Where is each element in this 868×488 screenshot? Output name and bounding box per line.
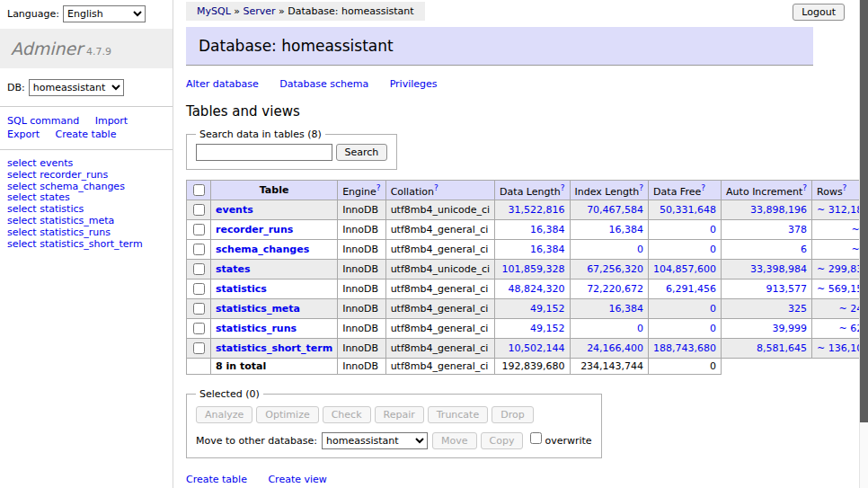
auto-increment-link[interactable]: 33,398,984 [750, 263, 807, 275]
sidebar-select-table-link[interactable]: select statistics_runs [7, 227, 165, 239]
help-icon[interactable]: ? [639, 183, 643, 192]
auto-increment-link[interactable]: 39,999 [773, 323, 808, 334]
sidebar-select-table-link[interactable]: select statistics_meta [7, 216, 165, 227]
select-all-checkbox[interactable] [193, 184, 205, 196]
index-length-link[interactable]: 16,384 [609, 224, 644, 235]
table-structure-link[interactable]: recorder_runs [216, 224, 293, 235]
copy-button[interactable]: Copy [481, 432, 524, 449]
table-structure-link[interactable]: statistics_short_term [216, 342, 332, 354]
breadcrumb: MySQL » Server » Database: homeassistant [186, 2, 425, 21]
data-length-link[interactable]: 31,522,816 [509, 204, 565, 216]
data-length-link[interactable]: 48,824,320 [509, 283, 565, 295]
auto-increment-link[interactable]: 6 [801, 244, 807, 255]
privileges-link[interactable]: Privileges [390, 78, 438, 90]
table-structure-link[interactable]: events [216, 204, 253, 216]
table-structure-link[interactable]: statistics [216, 283, 267, 295]
index-length-link[interactable]: 72,220,672 [587, 283, 643, 295]
row-checkbox[interactable] [193, 204, 205, 216]
optimize-button[interactable]: Optimize [256, 406, 318, 423]
collation-cell: utf8mb4_general_ci [385, 319, 494, 339]
sidebar-link-create-table[interactable]: Create table [56, 129, 117, 140]
row-checkbox[interactable] [193, 342, 205, 354]
row-checkbox[interactable] [193, 224, 205, 235]
help-icon[interactable]: ? [843, 183, 847, 192]
auto-increment-link[interactable]: 913,577 [766, 283, 808, 295]
index-length-link[interactable]: 24,166,400 [587, 342, 643, 354]
help-icon[interactable]: ? [802, 183, 807, 192]
db-select[interactable]: homeassistant [29, 79, 124, 96]
index-length-link[interactable]: 16,384 [609, 303, 644, 315]
row-checkbox[interactable] [193, 323, 205, 334]
data-free-link[interactable]: 188,743,680 [653, 342, 716, 354]
data-length-link[interactable]: 16,384 [530, 224, 565, 235]
data-length-link[interactable]: 49,152 [530, 303, 565, 315]
data-length-link[interactable]: 49,152 [530, 323, 565, 334]
data-length-link[interactable]: 16,384 [530, 244, 565, 255]
sidebar-link-export[interactable]: Export [7, 129, 40, 140]
search-button[interactable]: Search [336, 144, 388, 161]
row-checkbox[interactable] [193, 303, 205, 315]
alter-database-link[interactable]: Alter database [186, 78, 259, 90]
row-checkbox[interactable] [193, 283, 205, 295]
row-checkbox[interactable] [193, 263, 205, 275]
data-free-link[interactable]: 0 [710, 244, 716, 255]
row-checkbox[interactable] [193, 244, 205, 255]
auto-increment-link[interactable]: 325 [788, 303, 807, 315]
language-select[interactable]: English [63, 5, 146, 22]
data-free-link[interactable]: 50,331,648 [660, 204, 716, 216]
breadcrumb-server-link[interactable]: Server [244, 5, 276, 17]
data-length-link[interactable]: 101,859,328 [502, 263, 565, 275]
check-button[interactable]: Check [323, 406, 371, 423]
drop-button[interactable]: Drop [492, 406, 533, 423]
data-free-link[interactable]: 0 [710, 323, 716, 334]
analyze-button[interactable]: Analyze [196, 406, 252, 423]
table-name-cell: recorder_runs [211, 220, 338, 240]
index-length-link[interactable]: 67,256,320 [587, 263, 643, 275]
move-button[interactable]: Move [432, 432, 477, 449]
sidebar-select-table-link[interactable]: select statistics_short_term [7, 239, 165, 251]
data-length-link[interactable]: 10,502,144 [509, 342, 565, 354]
selected-buttons-row: AnalyzeOptimizeCheckRepairTruncateDrop [196, 406, 592, 423]
help-icon[interactable]: ? [701, 183, 705, 192]
move-database-select[interactable]: homeassistant [322, 432, 428, 449]
create-view-link[interactable]: Create view [268, 474, 326, 485]
engine-cell: InnoDB [338, 299, 385, 319]
index-length-link[interactable]: 0 [637, 244, 643, 255]
table-structure-link[interactable]: states [216, 263, 251, 275]
overwrite-checkbox[interactable] [530, 432, 542, 444]
data-free-link[interactable]: 104,857,600 [653, 263, 716, 275]
help-icon[interactable]: ? [376, 183, 381, 192]
table-structure-link[interactable]: statistics_runs [216, 323, 297, 334]
sidebar-link-import[interactable]: Import [95, 115, 128, 127]
data-length-cell: 49,152 [495, 319, 570, 339]
repair-button[interactable]: Repair [375, 406, 424, 423]
data-free-link[interactable]: 6,291,456 [666, 283, 716, 295]
total-index-length-cell: 234,143,744 [570, 359, 649, 375]
search-fieldset: Search data in tables (8) Search [186, 129, 397, 170]
table-structure-link[interactable]: schema_changes [216, 244, 309, 255]
scrollbar-thumb[interactable] [860, 0, 868, 422]
create-table-link[interactable]: Create table [186, 474, 247, 485]
search-input[interactable] [196, 144, 332, 161]
sidebar-link-sql-command[interactable]: SQL command [7, 115, 79, 127]
table-structure-link[interactable]: statistics_meta [216, 303, 300, 315]
vertical-scrollbar[interactable] [859, 0, 868, 488]
database-schema-link[interactable]: Database schema [279, 78, 368, 90]
help-icon[interactable]: ? [434, 183, 438, 192]
auto-increment-link[interactable]: 33,898,196 [750, 204, 807, 216]
row-checkbox-cell [187, 339, 211, 359]
index-length-cell: 70,467,584 [570, 200, 649, 220]
data-free-link[interactable]: 0 [710, 303, 716, 315]
data-free-link[interactable]: 0 [710, 224, 716, 235]
auto-increment-link[interactable]: 8,581,645 [757, 342, 807, 354]
table-row: statesInnoDButf8mb4_unicode_ci101,859,32… [187, 260, 868, 279]
truncate-button[interactable]: Truncate [428, 406, 488, 423]
help-icon[interactable]: ? [561, 183, 565, 192]
sidebar-select-table-link[interactable]: select recorder_runs [7, 170, 165, 182]
index-length-link[interactable]: 0 [637, 323, 643, 334]
index-length-link[interactable]: 70,467,584 [587, 204, 643, 216]
sidebar-select-table-link[interactable]: select events [7, 158, 165, 170]
logout-button[interactable]: Logout [793, 4, 845, 21]
breadcrumb-mysql-link[interactable]: MySQL [197, 5, 231, 17]
auto-increment-link[interactable]: 378 [788, 224, 807, 235]
